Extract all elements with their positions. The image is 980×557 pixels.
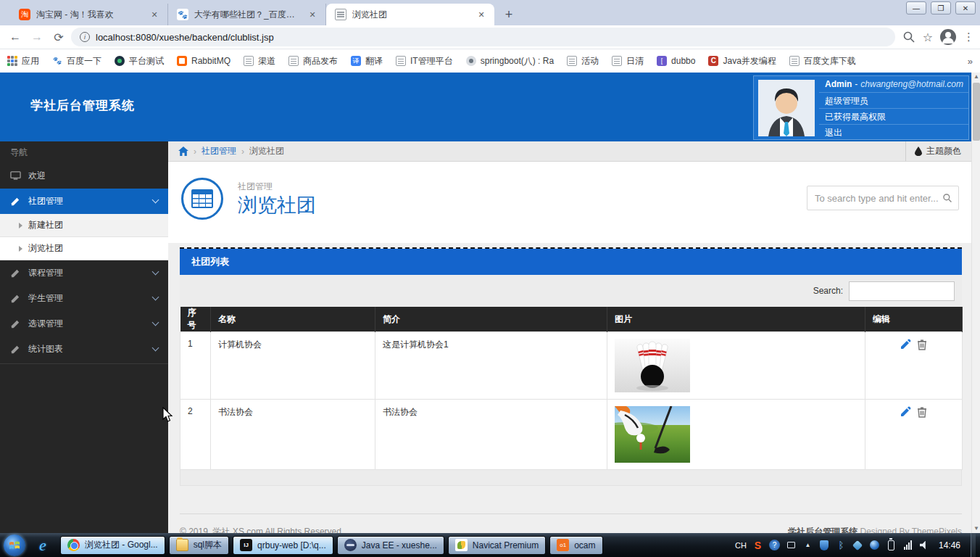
taskbar-button-sql[interactable]: sql脚本: [169, 536, 229, 555]
bookmark-item[interactable]: 活动: [567, 55, 599, 67]
bookmark-item[interactable]: springboot(八) : Ra: [466, 55, 554, 67]
taskbar-button-navicat[interactable]: Navicat Premium: [448, 536, 546, 555]
back-icon[interactable]: ←: [6, 28, 25, 46]
battery-icon[interactable]: [888, 540, 894, 550]
col-header-id: 序号: [180, 307, 211, 332]
restore-icon[interactable]: ❐: [931, 1, 951, 15]
ie-icon[interactable]: [33, 536, 52, 555]
bookmark-item[interactable]: 平台测试: [115, 55, 164, 67]
breadcrumb: › 社团管理 › 浏览社团 主题颜色: [168, 141, 971, 162]
admin-avatar[interactable]: [758, 80, 815, 136]
breadcrumb-link[interactable]: 社团管理: [202, 145, 236, 157]
tab-close-icon[interactable]: [476, 9, 487, 20]
refresh-icon[interactable]: ⟳: [49, 28, 68, 46]
taskbar-button-idea[interactable]: qrbuy-web [D:\q...: [233, 536, 333, 555]
browser-tab-active[interactable]: 浏览社团: [326, 4, 494, 25]
bookmark-item[interactable]: 翻译: [351, 55, 383, 67]
scrollbar-thumb[interactable]: [973, 83, 980, 141]
bluetooth-icon[interactable]: [836, 540, 847, 550]
admin-menu-permission[interactable]: 已获得最高权限: [819, 108, 968, 124]
table-search-row: Search:: [180, 275, 962, 307]
bookmark-item[interactable]: 百度文库下载: [789, 55, 856, 67]
language-indicator[interactable]: CH: [735, 541, 747, 550]
club-table: 序号 名称 简介 图片 编辑 1 计算机协会: [180, 307, 963, 470]
scroll-down-icon[interactable]: ▼: [972, 524, 980, 533]
page-title-card: 社团管理 浏览社团: [168, 162, 971, 243]
browser-tray-icon[interactable]: [870, 540, 879, 550]
intellij-icon: [240, 539, 252, 551]
cell-desc: 这是计算机协会1: [375, 332, 607, 400]
profile-avatar-icon[interactable]: [940, 29, 956, 45]
search-icon[interactable]: [942, 192, 952, 204]
sidebar-nav: 导航 欢迎 社团管理 新建社团 浏览社团: [0, 141, 168, 533]
zoom-icon[interactable]: [902, 30, 915, 44]
delete-trash-icon[interactable]: [916, 339, 928, 350]
bookmark-item[interactable]: IT管理平台: [396, 55, 453, 67]
scroll-up-icon[interactable]: ▲: [972, 73, 980, 81]
help-icon[interactable]: [769, 540, 780, 550]
home-icon[interactable]: [178, 147, 188, 156]
table-search-input[interactable]: [849, 281, 955, 301]
taskbar-button-chrome[interactable]: 浏览社团 - Googl...: [60, 536, 165, 555]
bookmarks-overflow-chevron[interactable]: »: [968, 56, 973, 67]
sidebar-item-student-mgmt[interactable]: 学生管理: [0, 286, 168, 311]
tab-close-icon[interactable]: [307, 9, 318, 20]
sidebar-title: 导航: [0, 141, 168, 163]
sidebar-item-new-club[interactable]: 新建社团: [0, 214, 168, 237]
address-bar[interactable]: localhost:8080/xueshe/backend/clublist.j…: [71, 28, 895, 46]
sidebar-item-enroll-mgmt[interactable]: 选课管理: [0, 311, 168, 337]
browser-tab-zhidao[interactable]: 大学有哪些社团？_百度知道: [168, 4, 326, 25]
theme-color-button[interactable]: 主题颜色: [905, 141, 961, 161]
browser-toolbar: ← → ⟳ localhost:8080/xueshe/backend/club…: [0, 25, 980, 49]
start-button[interactable]: [4, 535, 25, 556]
bookmark-item[interactable]: dubbo: [657, 56, 695, 66]
table-search-label: Search:: [813, 286, 843, 296]
bookmark-star-icon[interactable]: ☆: [923, 30, 933, 44]
close-icon[interactable]: ✕: [955, 1, 976, 15]
bookmark-item[interactable]: 日清: [612, 55, 644, 67]
admin-menu-logout[interactable]: 退出: [819, 124, 968, 140]
menu-dots-icon[interactable]: [963, 30, 974, 44]
edit-pencil-icon[interactable]: [900, 339, 911, 350]
speaker-icon[interactable]: [920, 541, 929, 550]
bookmark-apps[interactable]: 应用: [7, 55, 39, 67]
sidebar-item-browse-club[interactable]: 浏览社团: [0, 237, 168, 260]
breadcrumb-current: 浏览社团: [249, 145, 284, 157]
col-header-image: 图片: [607, 307, 865, 332]
taskbar-button-ocam[interactable]: ocam: [549, 536, 602, 555]
page-info-icon[interactable]: [80, 32, 90, 42]
bookmark-item[interactable]: 渠道: [244, 55, 275, 67]
sidebar-item-stats-charts[interactable]: 统计图表: [0, 337, 168, 362]
sogou-icon[interactable]: [752, 540, 763, 550]
bookmark-item[interactable]: Java并发编程: [708, 55, 776, 67]
page-title: 浏览社团: [238, 192, 316, 218]
forward-icon[interactable]: →: [28, 28, 46, 46]
global-search-input[interactable]: [815, 193, 942, 204]
col-header-edit: 编辑: [865, 307, 963, 332]
sidebar-item-welcome[interactable]: 欢迎: [0, 163, 168, 189]
minimize-icon[interactable]: —: [906, 1, 926, 15]
display-icon[interactable]: [787, 542, 795, 548]
bookmark-item[interactable]: RabbitMQ: [177, 56, 231, 66]
sidebar-item-club-mgmt[interactable]: 社团管理: [0, 189, 168, 214]
divider: [0, 363, 168, 364]
sidebar-item-course-mgmt[interactable]: 课程管理: [0, 260, 168, 286]
diamond-tray-icon[interactable]: [852, 540, 863, 550]
admin-menu-role[interactable]: 超级管理员: [819, 92, 968, 108]
bookmark-item[interactable]: 百度一下: [52, 55, 101, 67]
new-tab-button[interactable]: [499, 4, 519, 25]
browser-tab-taobao[interactable]: 淘宝网 - 淘！我喜欢: [10, 4, 168, 25]
taskbar-button-eclipse[interactable]: Java EE - xueshe...: [337, 536, 444, 555]
tray-expand-icon[interactable]: [802, 540, 813, 550]
bookmark-item[interactable]: 商品发布: [288, 55, 338, 67]
tab-close-icon[interactable]: [149, 9, 160, 20]
delete-trash-icon[interactable]: [916, 406, 928, 418]
admin-identity: Admin - chwangteng@hotmail.com: [819, 76, 968, 92]
clock[interactable]: 14:46: [939, 540, 960, 550]
pencil-icon: [10, 268, 21, 278]
network-signal-icon[interactable]: [902, 540, 913, 550]
show-desktop-button[interactable]: [971, 533, 976, 557]
edit-pencil-icon[interactable]: [900, 406, 911, 418]
vertical-scrollbar[interactable]: ▲ ▼: [971, 73, 980, 533]
security-shield-icon[interactable]: [820, 540, 829, 550]
